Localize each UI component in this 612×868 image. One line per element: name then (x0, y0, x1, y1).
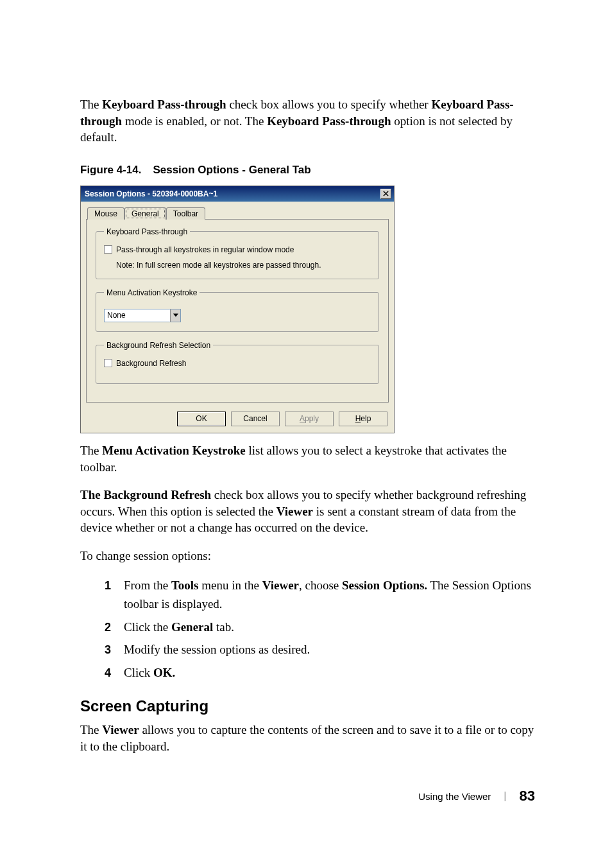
footer-section-label: Using the Viewer (418, 791, 491, 802)
page-footer: Using the Viewer | 83 (80, 788, 535, 804)
checkbox-background-refresh[interactable] (104, 359, 112, 367)
text: The (80, 723, 102, 736)
paragraph-keyboard-passthrough: The Keyboard Pass-through check box allo… (80, 96, 535, 146)
text-bold: Viewer (276, 505, 313, 518)
ok-button[interactable]: OK (177, 412, 226, 426)
text-bold: OK. (153, 666, 175, 679)
cancel-button[interactable]: Cancel (231, 412, 280, 426)
paragraph-screen-capturing: The Viewer allows you to capture the con… (80, 722, 535, 754)
legend-menu-activation: Menu Activation Keystroke (104, 288, 200, 297)
footer-page-number: 83 (520, 788, 535, 804)
text-bold: Keyboard Pass-through (102, 98, 226, 111)
chevron-down-icon[interactable] (170, 309, 180, 322)
text-bold: General (171, 620, 213, 634)
text: Modify the session options as desired. (124, 643, 310, 656)
text-bold: Viewer (102, 723, 139, 736)
group-menu-activation: Menu Activation Keystroke None (96, 288, 379, 332)
close-icon[interactable] (380, 189, 391, 199)
text-bold: Tools (171, 578, 199, 592)
text: check box allows you to specify whether (226, 98, 432, 111)
step-number: 1 (105, 577, 111, 595)
text-bold: Viewer (262, 578, 299, 592)
legend-background-refresh: Background Refresh Selection (104, 341, 213, 350)
paragraph-change-session: To change session options: (80, 548, 535, 564)
dialog-title: Session Options - 520394-0000BA~1 (85, 189, 217, 198)
text: Click (124, 666, 153, 679)
step-3: 3 Modify the session options as desired. (105, 640, 535, 659)
menu-activation-value: None (107, 311, 126, 320)
step-1: 1 From the Tools menu in the Viewer, cho… (105, 576, 535, 614)
step-4: 4 Click OK. (105, 663, 535, 682)
heading-screen-capturing: Screen Capturing (80, 697, 535, 715)
figure-title: Session Options - General Tab (153, 164, 310, 176)
apply-button: Apply (285, 412, 334, 426)
help-button[interactable]: Help (339, 412, 387, 426)
text-bold: Session Options. (342, 578, 427, 592)
text: , choose (299, 578, 342, 592)
text: allows you to capture the contents of th… (80, 723, 534, 753)
dialog-titlebar: Session Options - 520394-0000BA~1 (81, 186, 394, 202)
footer-separator: | (504, 790, 506, 802)
text: mode is enabled, or not. The (122, 114, 267, 128)
passthrough-note: Note: In full screen mode all keystrokes… (116, 261, 371, 270)
dialog-button-row: OK Cancel Apply Help (81, 408, 394, 433)
group-keyboard-passthrough: Keyboard Pass-through Pass-through all k… (96, 227, 379, 279)
tab-strip: Mouse General Toolbar (81, 202, 394, 219)
legend-keyboard-passthrough: Keyboard Pass-through (104, 227, 190, 236)
text-bold: The Background Refresh (80, 488, 211, 501)
text-bold: Menu Activation Keystroke (102, 444, 245, 457)
tab-mouse[interactable]: Mouse (87, 207, 124, 220)
text: Click the (124, 620, 171, 634)
group-background-refresh: Background Refresh Selection Background … (96, 341, 379, 384)
checkbox-passthrough-label: Pass-through all keystrokes in regular w… (116, 245, 294, 254)
text-bold: Keyboard Pass-through (267, 114, 391, 128)
checkbox-background-refresh-label: Background Refresh (116, 359, 186, 368)
text: From the (124, 578, 171, 592)
figure-number: Figure 4-14. (80, 164, 141, 176)
step-number: 3 (105, 641, 111, 659)
paragraph-background-refresh: The Background Refresh check box allows … (80, 487, 535, 536)
tab-panel-general: Keyboard Pass-through Pass-through all k… (86, 219, 389, 403)
tab-general[interactable]: General (124, 207, 166, 220)
checkbox-passthrough[interactable] (104, 245, 112, 254)
step-2: 2 Click the General tab. (105, 618, 535, 636)
step-number: 4 (105, 664, 111, 682)
text: menu in the (199, 578, 262, 592)
session-options-dialog: Session Options - 520394-0000BA~1 Mouse … (80, 186, 395, 433)
figure-caption: Figure 4-14.Session Options - General Ta… (80, 164, 535, 177)
text: The (80, 444, 102, 457)
menu-activation-select[interactable]: None (104, 309, 181, 322)
tab-toolbar[interactable]: Toolbar (166, 207, 205, 220)
text: tab. (213, 620, 234, 634)
text: The (80, 98, 102, 111)
paragraph-menu-activation: The Menu Activation Keystroke list allow… (80, 442, 535, 475)
step-number: 2 (105, 619, 111, 637)
